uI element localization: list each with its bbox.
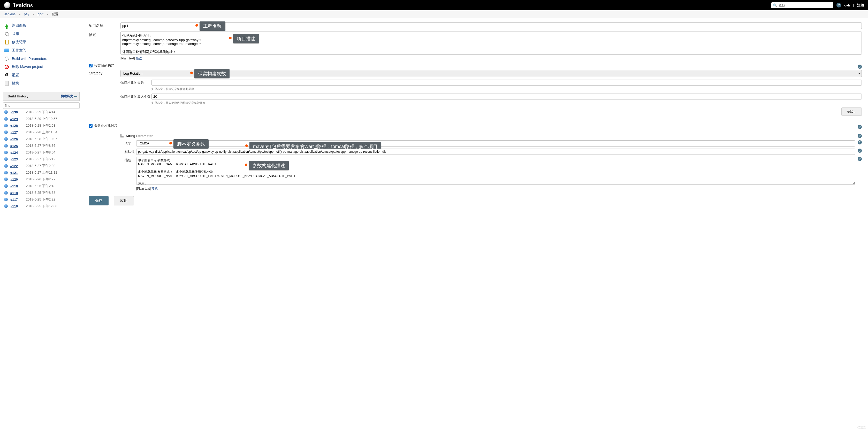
build-time: 2018-6-27 下午2:08	[26, 164, 55, 168]
strategy-select[interactable]: Log Rotation	[120, 70, 862, 77]
build-number-link[interactable]: #116	[10, 204, 23, 208]
build-time: 2018-6-27 下午6:12	[26, 157, 55, 162]
help-icon[interactable]: ?	[858, 157, 862, 161]
build-row[interactable]: #1232018-6-27 下午6:12	[3, 156, 80, 163]
parameterized-checkbox[interactable]	[89, 124, 93, 128]
user-link[interactable]: cyh	[844, 3, 850, 7]
callout-dot-icon	[229, 37, 231, 39]
preview-link[interactable]: 预览	[136, 57, 142, 60]
param-desc-label: 描述	[125, 157, 136, 163]
build-find-box	[3, 102, 80, 109]
build-row[interactable]: #1292018-6-29 上午10:57	[3, 115, 80, 122]
help-icon[interactable]: ?	[858, 134, 862, 138]
jenkins-title[interactable]: Jenkins	[12, 2, 33, 9]
build-number-link[interactable]: #118	[10, 191, 23, 195]
keep-max-input[interactable]	[152, 94, 862, 99]
help-icon[interactable]: ?	[858, 140, 862, 144]
preview-link[interactable]: 预览	[152, 187, 158, 191]
discard-old-checkbox[interactable]	[89, 64, 93, 67]
build-number-link[interactable]: #129	[10, 117, 23, 121]
crumb-pay[interactable]: pay	[24, 12, 29, 16]
callout-dot-icon	[190, 72, 193, 74]
build-row[interactable]: #1302018-6-29 下午4:14	[3, 109, 80, 115]
build-number-link[interactable]: #122	[10, 164, 23, 168]
build-time: 2018-6-26 下午2:22	[26, 177, 55, 181]
description-label: 描述	[89, 32, 120, 37]
build-status-icon	[4, 198, 8, 201]
build-row[interactable]: #1262018-6-28 上午10:07	[3, 136, 80, 142]
breadcrumb: Jenkins ▸ pay ▸ pp-t ▸ 配置	[0, 10, 868, 18]
build-time: 2018-6-28 下午2:53	[26, 123, 55, 128]
description-textarea[interactable]	[120, 32, 862, 55]
build-row[interactable]: #1242018-6-27 下午8:04	[3, 149, 80, 156]
build-time: 2018-6-27 下午8:36	[26, 143, 55, 148]
build-row[interactable]: #1212018-6-27 上午11:11	[3, 169, 80, 176]
sidebar-item-changes[interactable]: 修改记录	[3, 38, 80, 46]
sidebar-item-modules[interactable]: 模块	[3, 79, 80, 88]
keep-days-input[interactable]	[152, 79, 862, 86]
build-status-icon	[4, 171, 8, 174]
advanced-button[interactable]: 高级...	[841, 107, 862, 116]
build-find-input[interactable]	[3, 102, 80, 109]
help-icon[interactable]: ?	[858, 148, 862, 153]
build-number-link[interactable]: #127	[10, 131, 23, 134]
build-number-link[interactable]: #126	[10, 137, 23, 141]
build-number-link[interactable]: #124	[10, 151, 23, 155]
folder-icon	[4, 48, 9, 53]
help-icon[interactable]: ?	[858, 65, 862, 69]
callout-param-name: 脚本定义参数	[174, 139, 209, 148]
build-time: 2018-6-25 下午8:38	[26, 191, 55, 195]
build-time: 2018-6-25 下午12:08	[26, 204, 57, 208]
build-number-link[interactable]: #121	[10, 171, 23, 175]
content: 项目名称 工程名称 描述 项目描述 [Plain text] 预览	[83, 18, 868, 216]
build-number-link[interactable]: #128	[10, 124, 23, 128]
sidebar-item-configure[interactable]: 🛠配置	[3, 71, 80, 79]
help-icon[interactable]: ?	[836, 3, 841, 7]
param-desc-textarea[interactable]	[136, 157, 855, 185]
build-row[interactable]: #1222018-6-27 下午2:08	[3, 163, 80, 169]
project-name-input[interactable]	[120, 23, 862, 29]
build-row[interactable]: #1252018-6-27 下午8:36	[3, 142, 80, 149]
sidebar-item-delete[interactable]: 删除 Maven project	[3, 63, 80, 71]
param-name-input[interactable]	[136, 140, 855, 146]
build-row[interactable]: #1192018-6-26 下午2:18	[3, 183, 80, 189]
collapse-icon[interactable]	[74, 96, 77, 97]
build-row[interactable]: #1172018-6-25 下午2:22	[3, 196, 80, 203]
build-row[interactable]: #1182018-6-25 下午8:38	[3, 189, 80, 196]
build-number-link[interactable]: #119	[10, 184, 23, 188]
document-icon	[4, 39, 9, 45]
callout-project-name: 工程名称	[199, 22, 225, 31]
crumb-jenkins[interactable]: Jenkins	[4, 12, 16, 16]
build-row[interactable]: #1282018-6-28 下午2:53	[3, 122, 80, 129]
sidebar-item-workspace[interactable]: 工作空间	[3, 46, 80, 55]
build-number-link[interactable]: #123	[10, 157, 23, 161]
build-row[interactable]: #1202018-6-26 下午2:22	[3, 176, 80, 183]
build-number-link[interactable]: #125	[10, 144, 23, 148]
build-row[interactable]: #1162018-6-25 下午12:08	[3, 203, 80, 209]
search-input[interactable]	[778, 3, 832, 8]
logout-link[interactable]: 注销	[857, 3, 864, 7]
build-status-icon	[4, 144, 8, 147]
build-number-link[interactable]: #117	[10, 198, 23, 202]
sidebar-item-build-params[interactable]: Build with Parameters	[3, 55, 80, 63]
build-row[interactable]: #1272018-6-28 上午11:54	[3, 129, 80, 136]
build-number-link[interactable]: #120	[10, 177, 23, 181]
build-time: 2018-6-27 上午11:11	[26, 170, 57, 175]
search-box[interactable]: 🔍	[771, 2, 833, 8]
no-entry-icon	[4, 64, 9, 69]
crumb-ppt[interactable]: pp-t	[38, 12, 43, 16]
callout-dot-icon	[169, 142, 172, 144]
sidebar-item-status[interactable]: 状态	[3, 30, 80, 38]
param-default-input[interactable]	[136, 148, 855, 155]
help-icon[interactable]: ?	[858, 125, 862, 129]
callout-project-desc: 项目描述	[233, 34, 259, 43]
save-button[interactable]: 保存	[89, 196, 108, 205]
build-trend-link[interactable]: 构建历史	[61, 94, 73, 98]
sidebar-item-back[interactable]: 返回面板	[3, 22, 80, 30]
up-arrow-icon	[4, 23, 9, 28]
build-status-icon	[4, 117, 8, 121]
drag-handle-icon[interactable]	[120, 134, 124, 137]
keep-days-help: 如果非空，构建记录将保存此天数	[152, 87, 862, 91]
build-number-link[interactable]: #130	[10, 110, 23, 114]
apply-button[interactable]: 应用	[114, 196, 134, 205]
